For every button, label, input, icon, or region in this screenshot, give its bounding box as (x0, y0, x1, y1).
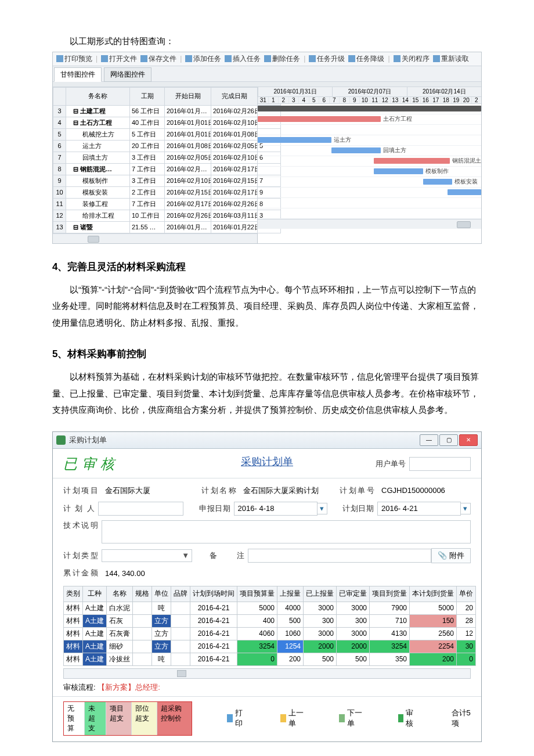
table-row[interactable]: 材料A土建白水泥吨2016-4-215000400030003000790050… (64, 602, 476, 614)
col-header: 品牌 (171, 586, 190, 602)
legend-item: 部位超支 (132, 702, 157, 735)
col-dur: 工期 (130, 87, 165, 105)
toolbar-item[interactable]: 任务降级 (348, 54, 384, 64)
lab-note: 备 注 (210, 550, 248, 561)
col-header: 已审定量 (337, 586, 370, 602)
gantt-task-table: 务名称 工期 开始日期 完成日期 前置任 3⊟ 土建工程56 工作日2016年0… (53, 87, 281, 233)
section5-p1: 以材料预算为基础，在材料采购计划的审核环节做把控。在数量审核环节，信息化管理平台… (52, 369, 482, 419)
gantt-row[interactable]: 6运土方20 工作日2016年01月08日2016年02月05日5 (53, 140, 281, 152)
toolbar-item[interactable]: 关闭程序 (394, 54, 430, 64)
section5-title: 5、材料采购事前控制 (52, 347, 482, 361)
table-row[interactable]: 材料A土建细砂立方2016-4-213254125420002000325422… (64, 640, 476, 653)
tab-network[interactable]: 网络图控件 (104, 67, 151, 82)
approve-button[interactable]: 审核 (398, 708, 417, 729)
calendar-icon[interactable]: ▾ (317, 503, 327, 514)
window-title: 采购计划单 (69, 435, 107, 445)
lab-project: 计划项目 (63, 485, 102, 496)
calendar-icon[interactable]: ▾ (460, 503, 471, 514)
col-header: 工种 (83, 586, 107, 602)
row-count: 合计5项 (452, 708, 471, 729)
tab-gantt[interactable]: 甘特图控件 (54, 67, 102, 82)
col-header: 单位 (152, 586, 171, 602)
gantt-window: 打印预览|打开文件保存文件|添加任务插入任务删除任务|任务升级任务降级|关闭程序… (52, 52, 482, 244)
intro-caption: 以工期形式的甘特图查询： (70, 35, 482, 48)
type-dropdown[interactable]: ▼ (102, 549, 192, 562)
print-button[interactable]: 打印 (227, 708, 246, 729)
gantt-row[interactable]: 8⊟ 钢筋混泥…7 工作日2016年02月…2016年02月17日 (53, 163, 281, 175)
val-note[interactable] (248, 549, 431, 563)
val-sbmdate[interactable]: 2016- 4-18 (234, 502, 317, 516)
close-button[interactable]: ✕ (459, 434, 478, 446)
section4-title: 4、完善且灵活的材料采购流程 (52, 260, 482, 273)
col-header: 本计划到货量 (410, 586, 457, 602)
toolbar-item[interactable]: 打开文件 (101, 54, 137, 64)
lab-person: 计 划 人 (63, 503, 98, 514)
attach-button[interactable]: 📎 附件 (431, 548, 471, 563)
table-h-scrollbar[interactable] (63, 668, 471, 679)
minimize-button[interactable]: — (420, 434, 438, 446)
gantt-row[interactable]: 3⊟ 土建工程56 工作日2016年01月…2016年02月26日 (53, 105, 281, 117)
val-total: 144, 340.00 (102, 568, 184, 579)
table-row[interactable]: 材料A土建冷拔丝吨2016-4-2102005005003502000 (64, 653, 476, 665)
gantt-row[interactable]: 9模板制作3 工作日2016年02月10日2016年02月15日7 (53, 175, 281, 186)
print-icon (227, 714, 233, 722)
legend: 无预算未超支项目超支部位超支超采购控制价 (63, 701, 192, 736)
toolbar-item[interactable]: 保存文件 (140, 54, 176, 64)
gantt-toolbar: 打印预览|打开文件保存文件|添加任务插入任务删除任务|任务升级任务降级|关闭程序… (53, 52, 481, 66)
val-planno: CGJHD150000006 (378, 485, 460, 496)
lab-total: 累计金额 (63, 568, 102, 578)
col-header: 单价 (457, 586, 476, 602)
gantt-row[interactable]: 4⊟ 土石方工程40 工作日2016年01月01日2016年02月10日 (53, 117, 281, 128)
purchase-plan-window: 采购计划单 — ▢ ✕ 已审核 采购计划单 用户单号 计划项目 金石国际大厦 (52, 431, 482, 742)
attach-label: 附件 (449, 550, 464, 561)
col-start: 开始日期 (165, 87, 211, 105)
val-plandate[interactable]: 2016- 4-21 (377, 502, 461, 516)
col-header: 上报量 (277, 586, 304, 602)
toolbar-item[interactable]: 打印预览 (56, 54, 92, 64)
val-person[interactable] (98, 502, 184, 516)
check-icon (398, 714, 404, 722)
toolbar-item[interactable]: 任务升级 (309, 54, 345, 64)
col-header: 计划到场时间 (190, 586, 237, 602)
toolbar-item[interactable]: 重新读取 (433, 54, 469, 64)
maximize-button[interactable]: ▢ (439, 434, 458, 446)
gantt-row[interactable]: 10模板安装2 工作日2016年02月15日2016年02月17日9 (53, 186, 281, 198)
val-planname: 金石国际大厦采购计划 (240, 484, 322, 497)
toolbar-item[interactable]: 插入任务 (225, 54, 261, 64)
next-icon (339, 714, 345, 722)
table-row[interactable]: 材料A土建石灰立方2016-4-2140050030030071015028 (64, 614, 476, 627)
prev-button[interactable]: 上一单 (280, 708, 304, 729)
toolbar-item[interactable]: 删除任务 (264, 54, 300, 64)
col-header: 规格 (133, 586, 152, 602)
col-end: 完成日期 (211, 87, 258, 105)
col-header: 项目预算量 (237, 586, 277, 602)
next-button[interactable]: 下一单 (339, 708, 363, 729)
lab-tech: 技术说明 (63, 520, 102, 531)
gantt-row[interactable]: 13⊟ 诸暨21.55 …2016年01月…2016年01月22日 (53, 221, 281, 233)
gantt-row[interactable]: 12给排水工程10 工作日2016年02月26日2016年03月11日3 (53, 210, 281, 221)
legend-item: 超采购控制价 (157, 702, 192, 735)
table-row[interactable]: 材料A土建石灰膏立方2016-4-21406010603000300041302… (64, 627, 476, 640)
materials-table: 类别工种名称规格单位品牌计划到场时间项目预算量上报量已上报量已审定量项目到货量本… (63, 586, 476, 666)
gantt-row[interactable]: 11装修工程7 工作日2016年02月17日2016年02月26日8 (53, 198, 281, 210)
lab-planno: 计划单号 (340, 485, 378, 496)
gantt-right-scrollbar[interactable] (258, 219, 481, 229)
col-header: 已上报量 (304, 586, 337, 602)
toolbar-item[interactable]: 添加任务 (185, 54, 221, 64)
audit-label: 审核流程: (63, 683, 96, 692)
lab-plandate: 计划日期 (342, 503, 377, 514)
gantt-tabbar: 甘特图控件 网络图控件 (53, 66, 481, 82)
tech-notes[interactable] (102, 520, 471, 543)
audit-value: 【新方案】总经理: (98, 683, 160, 692)
legend-item: 未超支 (85, 702, 106, 735)
gantt-left-scrollbar[interactable] (53, 233, 257, 243)
gantt-row[interactable]: 7回填土方3 工作日2016年02月05日2016年02月10日6 (53, 152, 281, 163)
lab-planname: 计划名称 (201, 485, 240, 496)
val-project: 金石国际大厦 (102, 484, 184, 497)
paperclip-icon: 📎 (438, 551, 447, 560)
lab-type: 计划类型 (63, 550, 102, 561)
col-header: 类别 (64, 586, 83, 602)
legend-item: 无预算 (64, 702, 85, 735)
gantt-row[interactable]: 5机械挖土方5 工作日2016年01月01日2016年01月08日 (53, 128, 281, 140)
legend-item: 项目超支 (106, 702, 132, 735)
